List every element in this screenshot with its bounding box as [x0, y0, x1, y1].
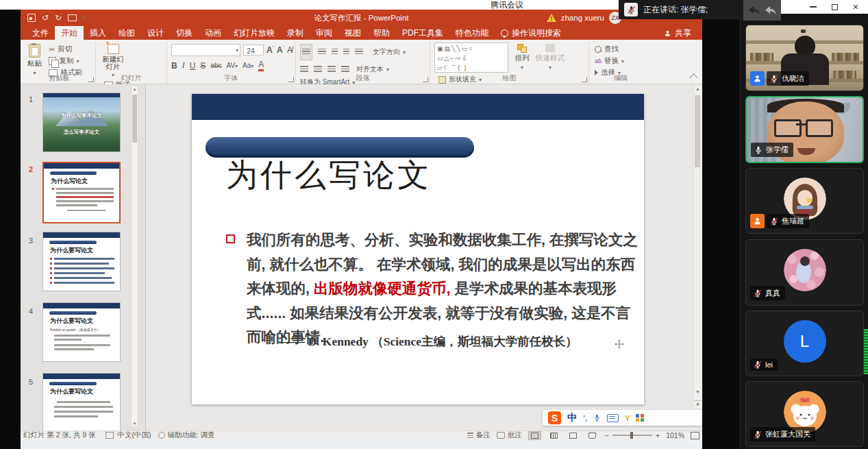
toolbox-icon[interactable] — [636, 414, 644, 422]
editor-scrollbar-thumb[interactable] — [695, 95, 700, 167]
slide-title[interactable]: 为什么写论文 — [226, 154, 432, 197]
panel-scroll-indicator[interactable] — [864, 329, 868, 374]
slide-thumbnail-1[interactable]: 为什么写学术论文 怎么写学术论文 — [42, 93, 121, 152]
soft-keyboard-icon[interactable] — [607, 414, 619, 422]
copy-button[interactable]: 复制▾ — [49, 56, 82, 66]
minimize-icon[interactable] — [810, 6, 817, 7]
editor-scrollbar[interactable]: ▲ ▼ ▲ ▼ — [693, 86, 702, 408]
bullets-button[interactable] — [300, 44, 312, 60]
fit-slide-to-window-icon[interactable] — [691, 432, 699, 439]
scroll-down-icon[interactable]: ▼ — [132, 422, 138, 426]
participant-tile-3[interactable]: 焦瑞超 — [745, 168, 864, 234]
increase-indent-button[interactable] — [343, 46, 349, 58]
redo-icon[interactable]: ↻ — [55, 14, 62, 22]
replace-button[interactable]: ab替换▾ — [595, 56, 624, 66]
slide-sorter-view-button[interactable] — [547, 431, 560, 440]
display-settings-icon[interactable] — [106, 432, 114, 439]
tab-special-features[interactable]: 特色功能 — [449, 26, 495, 40]
zoom-out-button[interactable]: − — [605, 431, 609, 439]
find-button[interactable]: 查找 — [595, 45, 624, 54]
numbering-button[interactable] — [318, 46, 326, 58]
start-slideshow-icon[interactable] — [68, 14, 77, 21]
slide-thumbnail-4[interactable]: 为什么要写论文 Publish or perish （发表或灭亡） — [42, 302, 121, 362]
change-case-button[interactable]: Aa▾ — [243, 62, 253, 69]
abc-strikethrough-icon[interactable]: abc — [210, 62, 221, 69]
previous-slide-button[interactable]: ▲ — [694, 400, 702, 409]
tab-pdf-tools[interactable]: PDF工具集 — [396, 26, 449, 40]
comments-button[interactable]: 批注 — [497, 430, 522, 440]
tab-transitions[interactable]: 切换 — [170, 26, 199, 40]
character-spacing-button[interactable]: AV▾ — [226, 62, 238, 69]
tab-insert[interactable]: 插入 — [84, 26, 112, 40]
punctuation-icon[interactable]: ’, — [583, 414, 587, 422]
skin-icon[interactable]: Y — [625, 414, 630, 422]
back-arrow-icon[interactable] — [747, 4, 761, 16]
participant-tile-6[interactable]: 张虹厦大国关 — [745, 381, 864, 447]
underline-button[interactable]: U — [190, 61, 196, 71]
font-size-combobox[interactable]: 24 — [243, 45, 264, 56]
reading-view-button[interactable] — [567, 431, 580, 440]
strikethrough-button[interactable]: S — [200, 61, 206, 71]
tab-record[interactable]: 录制 — [281, 26, 310, 40]
maximize-icon[interactable] — [832, 4, 838, 10]
text-direction-button[interactable]: 文字方向▾ — [373, 47, 406, 57]
participant-tile-2-speaking[interactable]: 张学儒 — [745, 96, 864, 163]
paste-button[interactable]: 粘贴 ▾ — [27, 44, 42, 76]
tab-draw[interactable]: 绘图 — [112, 26, 141, 40]
font-dialog-launcher[interactable] — [288, 77, 294, 82]
slide-body-text[interactable]: 我们所有的思考、分析、实验和数据收集工作, 在撰写论文之前, 就什么也不算。 在… — [225, 228, 640, 350]
tab-file[interactable]: 文件 — [26, 26, 55, 40]
share-button[interactable]: 共享 — [664, 26, 691, 40]
scroll-up-icon[interactable]: ▲ — [132, 87, 138, 91]
decrease-indent-button[interactable] — [332, 46, 338, 58]
paragraph-dialog-launcher[interactable] — [423, 77, 428, 82]
bold-button[interactable]: B — [171, 61, 177, 71]
undo-icon[interactable]: ↺ — [42, 14, 49, 22]
participant-tile-5[interactable]: L lei — [745, 311, 864, 376]
thumbnail-scrollbar[interactable]: ▲ ▼ — [131, 86, 138, 427]
tab-slideshow[interactable]: 幻灯片放映 — [227, 26, 281, 40]
sogou-logo[interactable]: S — [548, 411, 561, 424]
accessibility-status[interactable]: 辅助功能: 调查 — [168, 430, 215, 440]
clipboard-dialog-launcher[interactable] — [88, 77, 94, 82]
zoom-thumb[interactable] — [630, 432, 633, 439]
participant-tile-1[interactable]: 仇晓洁 — [745, 25, 864, 91]
reply-arrow-icon[interactable] — [764, 4, 778, 16]
voice-input-icon[interactable] — [593, 414, 601, 422]
qat-dropdown-icon[interactable]: ▾ — [83, 15, 86, 21]
arrange-button[interactable]: 排列 ▾ — [514, 44, 529, 71]
italic-button[interactable]: I — [182, 60, 185, 71]
cut-button[interactable]: ✂剪切 — [49, 45, 82, 54]
shrink-font-button[interactable]: Aˇ — [277, 45, 284, 55]
slide-thumbnail-5[interactable]: 为什么要写论文 — [42, 373, 121, 433]
zoom-level[interactable]: 101% — [666, 431, 684, 439]
close-icon[interactable]: × — [853, 3, 858, 10]
save-icon[interactable] — [27, 14, 36, 22]
notes-button[interactable]: 备注 — [467, 430, 491, 440]
tab-design[interactable]: 设计 — [141, 26, 170, 40]
account-name[interactable]: zhang xueru — [561, 14, 604, 22]
align-text-button[interactable]: 对齐文本▾ — [356, 64, 389, 74]
line-spacing-button[interactable] — [355, 46, 363, 58]
tab-home[interactable]: 开始 — [55, 26, 84, 40]
muted-mic-status-icon[interactable] — [624, 3, 638, 16]
zoom-in-button[interactable]: + — [656, 431, 660, 439]
tab-help[interactable]: 帮助 — [367, 26, 396, 40]
tab-review[interactable]: 审阅 — [310, 26, 338, 40]
input-mode-chinese[interactable]: 中 — [567, 412, 577, 424]
zoom-track[interactable] — [612, 435, 652, 436]
normal-view-button[interactable] — [528, 431, 541, 440]
shape-gallery[interactable]: ▣▤╲╲▭○▭△⌐⇨⇩▱☾⌒{ } — [434, 43, 508, 73]
current-slide[interactable]: 为什么写论文 我们所有的思考、分析、实验和数据收集工作, 在撰写论文之前, 就什… — [192, 94, 644, 404]
drawing-dialog-launcher[interactable] — [582, 77, 587, 82]
slide-thumbnail-2-selected[interactable]: 为什么写论文 — [42, 162, 121, 223]
editor-scroll-up-icon[interactable]: ▲ — [693, 86, 702, 91]
clear-formatting-button[interactable]: A̸ — [287, 45, 293, 55]
slide-attribution[interactable]: —— D. Kennedy （Science主编，斯坦福大学前任校长） — [281, 333, 637, 350]
editor-scroll-down-icon[interactable]: ▼ — [693, 389, 702, 394]
tab-view[interactable]: 视图 — [338, 26, 367, 40]
slideshow-view-button[interactable] — [586, 431, 599, 440]
grow-font-button[interactable]: Aˆ — [266, 45, 274, 55]
zoom-slider[interactable]: − + — [605, 431, 660, 439]
quick-styles-button[interactable]: 快速样式 ▾ — [536, 44, 565, 71]
